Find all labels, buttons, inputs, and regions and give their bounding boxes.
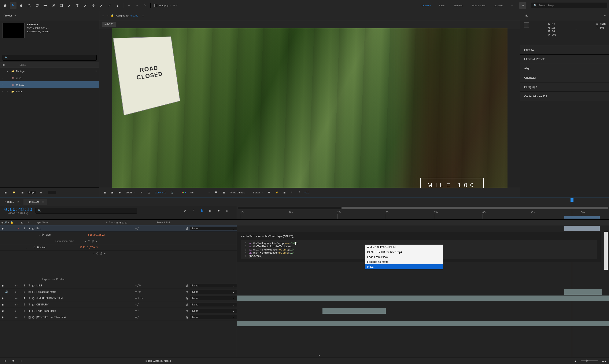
- comp-breadcrumb-tab[interactable]: mile100: [102, 22, 116, 27]
- workspace-standard[interactable]: Standard: [452, 3, 465, 8]
- search-help[interactable]: 🔍: [531, 2, 607, 8]
- rotate-tool-icon[interactable]: [34, 2, 40, 9]
- parent-column-header[interactable]: Parent & Link: [157, 221, 207, 224]
- close-tab-icon[interactable]: ×: [101, 14, 105, 17]
- zoom-out-icon[interactable]: ▲: [574, 360, 576, 362]
- shape-tool-icon[interactable]: [58, 2, 65, 9]
- text-tool-icon[interactable]: [74, 2, 81, 9]
- snapshot-icon[interactable]: 📷: [169, 190, 175, 195]
- render-toggle[interactable]: [48, 191, 56, 194]
- label-col-icon[interactable]: ◧: [21, 221, 23, 224]
- parent-select[interactable]: None⌄: [190, 227, 237, 230]
- snapping-checkbox[interactable]: [154, 4, 157, 7]
- expr-lang-icon[interactable]: ▸: [104, 252, 106, 255]
- pen-tool-icon[interactable]: [66, 2, 73, 9]
- solo-col-icon[interactable]: ●: [8, 221, 10, 224]
- draft-3d-icon[interactable]: ✲: [190, 208, 196, 213]
- workspace-overflow-icon[interactable]: »: [510, 3, 514, 8]
- motion-blur-icon[interactable]: ◉: [216, 208, 221, 213]
- workspace-small-screen[interactable]: Small Screen: [470, 3, 487, 8]
- transparency-grid-icon[interactable]: ▣: [109, 190, 115, 195]
- property-position[interactable]: ⌄⏱ Position 1572.2,769.3: [0, 244, 237, 251]
- zoom-tool-icon[interactable]: [26, 2, 33, 9]
- snapping-toggle[interactable]: Snapping ⌄ ⊞ ⤢: [153, 4, 180, 7]
- asset-folder-solids[interactable]: ▪▸ 📁 Solids: [0, 88, 99, 95]
- content-aware-fill-panel-header[interactable]: Content-Aware Fill: [520, 91, 609, 101]
- home-icon[interactable]: [2, 2, 8, 9]
- render-queue-icon[interactable]: ⊞: [2, 358, 8, 364]
- timeline-tab-mile1[interactable]: ▪mile1×: [2, 199, 22, 205]
- flowchart-icon[interactable]: ⫴: [96, 70, 97, 73]
- channel-icon[interactable]: ●●●: [181, 190, 186, 195]
- fast-previews-icon[interactable]: ☰: [213, 190, 219, 195]
- expression-autocomplete[interactable]: A MIKE BURTON FILM CENTURY HD for Titles…: [365, 245, 443, 269]
- layer-bar-mile[interactable]: [564, 289, 602, 295]
- autocomplete-item[interactable]: Fade From Black: [365, 255, 443, 259]
- asset-folder-footage[interactable]: ▸ 📁 Footage ⫴: [0, 68, 99, 75]
- video-toggle-icon[interactable]: ◉: [2, 227, 4, 230]
- new-comp-icon[interactable]: ▦: [19, 189, 26, 196]
- asset-comp-mile1[interactable]: ▪ ▦ mile1: [0, 75, 99, 81]
- brush-tool-icon[interactable]: [82, 2, 89, 9]
- layer-row-footage-matte[interactable]: ◉🔊▸▪ 3 ▦▢ Footage as matte ✲ ╱ fx @None⌄: [0, 289, 237, 295]
- magnification-select[interactable]: 100% ⌄: [125, 191, 136, 194]
- time-ruler[interactable]: 15s 20s 25s 30s 35s 40s 45s 50s: [237, 206, 609, 220]
- expression-editor[interactable]: var theTextLayer = thisComp.layer("MILE"…: [237, 232, 601, 262]
- selection-tool-icon[interactable]: [10, 2, 16, 9]
- brace-icon[interactable]: {}: [19, 358, 24, 364]
- search-help-input[interactable]: [538, 4, 605, 7]
- pan-behind-tool-icon[interactable]: [50, 2, 57, 9]
- paragraph-panel-header[interactable]: Paragraph: [520, 82, 609, 91]
- hand-tool-icon[interactable]: [18, 2, 25, 9]
- roto-brush-tool-icon[interactable]: [106, 2, 113, 9]
- audio-col-icon[interactable]: 🔊: [4, 221, 7, 224]
- work-area-bar[interactable]: [564, 216, 600, 219]
- frame-blend-icon[interactable]: ◉: [11, 358, 16, 364]
- layer-row-century-mp4[interactable]: ◉▸▪ 7 ▥▢ [CENTUR... for Titles.mp4] ✲ ╱ …: [0, 314, 237, 320]
- expr-graph-icon[interactable]: ⬡: [88, 240, 90, 243]
- snap-align-icon[interactable]: ⊞: [173, 4, 175, 7]
- layer-bar-box[interactable]: [564, 226, 600, 231]
- switch-col-icon[interactable]: ✲: [106, 221, 108, 224]
- timeline-search-input[interactable]: 🔍: [36, 208, 137, 213]
- asset-comp-mile100[interactable]: ▪ ▦ mile100: [0, 81, 99, 88]
- align-panel-header[interactable]: Align: [520, 64, 609, 73]
- always-preview-icon[interactable]: ▦: [102, 190, 107, 195]
- toggle-switches-button[interactable]: Toggle Switches / Modes: [145, 360, 171, 362]
- expr-pickwhip-icon[interactable]: @: [92, 240, 94, 243]
- snap-edge-icon[interactable]: ⤢: [176, 4, 178, 7]
- comp-mini-flowchart-icon[interactable]: ⇄: [182, 208, 187, 213]
- zoom-slider[interactable]: [581, 360, 597, 361]
- character-panel-header[interactable]: Character: [520, 73, 609, 82]
- pickwhip-icon[interactable]: @: [186, 227, 188, 230]
- zoom-scrollbar[interactable]: [237, 354, 609, 357]
- panel-menu-icon[interactable]: ≡: [604, 14, 606, 17]
- autocomplete-item[interactable]: CENTURY HD for Titles.mp4: [365, 250, 443, 255]
- puppet-tool-icon[interactable]: [114, 2, 121, 9]
- trash-icon[interactable]: 🗑: [38, 189, 44, 196]
- frame-blend-icon[interactable]: ▦: [207, 208, 213, 213]
- snapping-options-icon[interactable]: ⌄: [170, 4, 172, 7]
- twirl-down-icon[interactable]: ⌄: [15, 227, 17, 230]
- layer-row-box[interactable]: ◉ ⌄▪ 1 ★ ▢ Box ✲ ╱ @None⌄: [0, 225, 237, 232]
- mask-vis-icon[interactable]: ◉: [117, 190, 123, 195]
- video-col-icon[interactable]: ◉: [1, 221, 3, 224]
- camera-select[interactable]: Active Camera ⌄: [229, 191, 250, 194]
- tag-column-icon[interactable]: ◧: [2, 64, 5, 66]
- lock-icon[interactable]: 🔒: [111, 14, 114, 17]
- reset-exposure-icon[interactable]: ✲: [297, 190, 302, 195]
- layer-bar-century-mp4[interactable]: [237, 321, 609, 326]
- autocomplete-item[interactable]: A MIKE BURTON FILM: [365, 245, 443, 250]
- playhead-icon[interactable]: [570, 198, 573, 202]
- effects-presets-panel-header[interactable]: Effects & Presets: [520, 54, 609, 64]
- stopwatch-icon[interactable]: ⏱: [41, 233, 44, 236]
- stopwatch-icon[interactable]: ⏱: [33, 246, 36, 249]
- name-column-header[interactable]: Name: [19, 64, 26, 66]
- current-time[interactable]: 0:00:48:10: [154, 191, 167, 194]
- workspace-libraries[interactable]: Libraries: [492, 3, 504, 8]
- timeline-tracks[interactable]: I var theTextLayer = thisComp.layer("MIL…: [237, 225, 609, 357]
- zoom-in-icon[interactable]: ▲▲: [602, 360, 607, 362]
- workspace-default[interactable]: Default ≡: [420, 3, 432, 8]
- eraser-tool-icon[interactable]: [98, 2, 105, 9]
- view-layout-select[interactable]: 1 View ⌄: [252, 191, 264, 194]
